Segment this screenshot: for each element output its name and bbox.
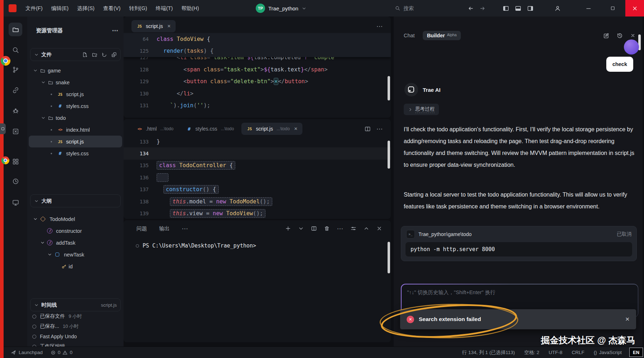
more-icon[interactable]: ⋯ xyxy=(376,126,383,132)
new-folder-icon[interactable] xyxy=(92,52,97,57)
menu-item[interactable]: 选择(S) xyxy=(73,3,98,14)
minimize-button[interactable] xyxy=(581,0,596,17)
outline-section-header[interactable]: 大纲 xyxy=(30,194,121,207)
activitybar-remote[interactable] xyxy=(9,83,22,97)
chevron-down-icon[interactable] xyxy=(298,226,304,231)
toggle-sidebar-icon[interactable] xyxy=(503,5,509,11)
toggle-secondary-sidebar-icon[interactable] xyxy=(527,5,533,11)
launchpad-button[interactable]: Launchpad xyxy=(11,350,43,355)
outline-item-newTask[interactable]: newTask xyxy=(29,249,122,260)
timeline-item[interactable]: 已保存文件9 小时 xyxy=(32,311,120,321)
files-section-header[interactable]: 文件 xyxy=(30,48,121,61)
editor-tab-styles.css[interactable]: #styles.css...\todo xyxy=(181,123,238,135)
terminal[interactable]: PS C:\Users\Ma\Desktop\Trae_python> xyxy=(124,237,391,249)
split-terminal-icon[interactable] xyxy=(311,226,317,231)
editor-tab-html[interactable]: <>.html...\todo xyxy=(131,123,178,135)
editor-tab-script-js[interactable]: JS script.js ✕ xyxy=(131,20,176,32)
timeline-item[interactable]: 已保存...10 小时 xyxy=(32,321,120,331)
code-text: class TodoController { xyxy=(157,162,235,169)
more-icon[interactable]: ⋯ xyxy=(337,226,343,232)
new-terminal-icon[interactable] xyxy=(285,226,291,231)
language-mode[interactable]: {} JavaScript xyxy=(594,350,622,355)
activitybar-history[interactable] xyxy=(9,174,22,188)
new-chat-icon[interactable] xyxy=(603,33,609,39)
timeline-section-header[interactable]: 时间线 script.js xyxy=(30,298,121,311)
activitybar-source-control[interactable] xyxy=(9,63,22,76)
code-editor-top[interactable]: 64class TodoView {125 render(tasks) { 12… xyxy=(124,33,391,118)
editor-tab-script.js[interactable]: JSscript.js...\todo✕ xyxy=(241,123,302,135)
eol-sequence[interactable]: CRLF xyxy=(572,350,584,355)
activitybar-search[interactable] xyxy=(9,43,22,57)
history-icon[interactable] xyxy=(617,33,623,39)
activitybar-explorer[interactable] xyxy=(9,23,22,36)
file-tree-item-script.js[interactable]: JSscript.js xyxy=(29,136,122,147)
tab-label: styles.css xyxy=(195,126,217,132)
menu-item[interactable]: 查看(V) xyxy=(99,3,124,14)
indentation[interactable]: 空格: 2 xyxy=(524,349,539,356)
more-icon[interactable]: ⋯ xyxy=(112,28,119,34)
outline-item-id[interactable]: id xyxy=(29,260,122,272)
code-editor-bottom[interactable]: 133}134135class TodoController {136 137 … xyxy=(124,136,391,219)
floating-widget[interactable] xyxy=(0,123,6,134)
split-editor-icon[interactable] xyxy=(365,126,371,132)
toggle-panel-icon[interactable] xyxy=(515,5,521,11)
file-tree-item-styles.css[interactable]: #styles.css xyxy=(29,147,122,159)
scrollbar[interactable] xyxy=(388,76,390,100)
file-tree-item-script.js[interactable]: JSscript.js xyxy=(29,88,122,100)
global-search[interactable]: 搜索 xyxy=(395,5,414,12)
scrollbar[interactable] xyxy=(388,141,390,169)
tab-builder[interactable]: Builder Alpha xyxy=(423,31,461,41)
close-icon[interactable] xyxy=(630,33,635,38)
close-window-button[interactable] xyxy=(625,0,644,17)
encoding[interactable]: UTF-8 xyxy=(548,350,562,355)
timeline-item[interactable]: 工作区编辑 xyxy=(32,341,120,347)
maximize-button[interactable] xyxy=(606,0,620,17)
menu-item[interactable]: 转到(G) xyxy=(125,3,151,14)
collapse-all-icon[interactable] xyxy=(111,52,117,57)
kill-terminal-icon[interactable] xyxy=(324,226,330,231)
file-tree-item-index.html[interactable]: <>index.html xyxy=(29,124,122,136)
maximize-panel-icon[interactable] xyxy=(363,226,369,231)
close-icon[interactable]: ✕ xyxy=(167,24,171,29)
more-icon[interactable]: ⋯ xyxy=(376,23,383,29)
close-icon[interactable]: ✕ xyxy=(625,316,630,322)
problems-indicator[interactable]: 0 0 xyxy=(51,350,73,355)
thinking-process-toggle[interactable]: 思考过程 xyxy=(404,104,439,115)
project-switcher[interactable]: TP Trae_python xyxy=(256,4,306,13)
code-line: 133} xyxy=(124,136,391,147)
code-text: <span class="task-text">${task.text}</sp… xyxy=(157,66,328,73)
tab-chat[interactable]: Chat xyxy=(404,33,415,38)
timeline-item[interactable]: Fast Apply Undo xyxy=(32,331,120,341)
menu-item[interactable]: 编辑(E) xyxy=(47,3,73,14)
menu-item[interactable]: 帮助(H) xyxy=(177,3,203,14)
panel-tab-输出[interactable]: 输出 xyxy=(159,225,170,232)
explorer-icon xyxy=(12,26,19,33)
line-number: 133 xyxy=(124,139,157,145)
scrollbar[interactable] xyxy=(388,242,390,273)
filter-icon[interactable] xyxy=(351,226,356,231)
activitybar-extensions[interactable] xyxy=(9,124,22,138)
close-panel-icon[interactable] xyxy=(376,226,382,231)
cursor-position[interactable]: 行 134, 列 1 (已选择113) xyxy=(462,349,515,356)
forward-icon[interactable] xyxy=(479,5,486,11)
account-icon[interactable] xyxy=(555,5,561,11)
file-tree-item-todo[interactable]: todo xyxy=(29,112,122,124)
menu-item[interactable]: 文件(F) xyxy=(22,3,47,14)
menu-item[interactable]: 终端(T) xyxy=(152,3,177,14)
command-text[interactable]: python -m http.server 8000 xyxy=(406,242,632,256)
back-icon[interactable] xyxy=(468,5,474,11)
activitybar-apps[interactable] xyxy=(9,155,22,168)
close-icon[interactable]: ✕ xyxy=(294,126,298,131)
outline-item-constructor[interactable]: fconstructor xyxy=(29,225,122,237)
refresh-icon[interactable] xyxy=(102,52,107,57)
more-icon[interactable]: ⋯ xyxy=(182,226,188,232)
activitybar-remote-explorer[interactable] xyxy=(9,196,22,209)
panel-tab-问题[interactable]: 问题 xyxy=(136,225,147,232)
file-tree-item-snake[interactable]: snake xyxy=(29,76,122,88)
file-tree-item-styles.css[interactable]: #styles.css xyxy=(29,100,122,112)
activitybar-debug[interactable] xyxy=(9,104,22,117)
outline-item-TodoModel[interactable]: TodoModel xyxy=(29,213,122,225)
file-tree-item-game[interactable]: game xyxy=(29,65,122,76)
outline-item-addTask[interactable]: faddTask xyxy=(29,237,122,249)
new-file-icon[interactable] xyxy=(82,52,88,57)
